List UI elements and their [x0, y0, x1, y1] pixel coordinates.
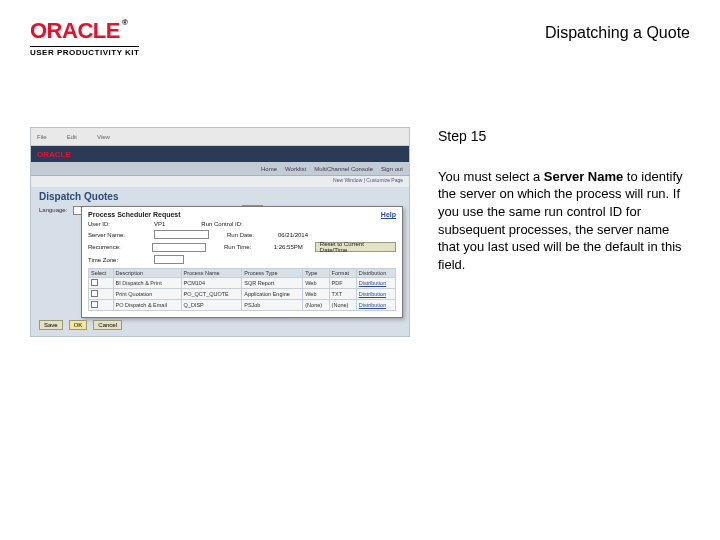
page-links: New Window | Customize Page — [31, 176, 409, 187]
cell-format: TXT — [329, 289, 356, 300]
col-ptype: Process Type — [242, 269, 303, 278]
instruction-text: You must select a Server Name to identif… — [438, 168, 690, 273]
col-format: Format — [329, 269, 356, 278]
table-row: Print Quotation PO_QCT_QUOTE Application… — [89, 289, 396, 300]
tz-label: Time Zone: — [88, 257, 148, 263]
runtime-value: 1:26:55PM — [274, 244, 303, 250]
ok-button[interactable]: OK — [69, 320, 88, 330]
row-checkbox[interactable] — [91, 301, 98, 308]
process-table: Select Description Process Name Process … — [88, 268, 396, 311]
app-nav: Home Worklist MultiChannel Console Sign … — [31, 162, 409, 176]
table-row: PO Dispatch & Email Q_DISP PSJob (None) … — [89, 300, 396, 311]
process-scheduler-modal: Process Scheduler Request Help User ID: … — [81, 206, 403, 318]
cell-type: Web — [303, 289, 329, 300]
brand-text: ORACLE — [30, 18, 120, 44]
instr-before: You must select a — [438, 169, 544, 184]
runctl-label: Run Control ID: — [201, 221, 271, 227]
save-button[interactable]: Save — [39, 320, 63, 330]
runtime-label: Run Time: — [224, 244, 268, 250]
cell-pname: Q_DISP — [181, 300, 242, 311]
lang-label: Language: — [39, 207, 67, 213]
cell-pname: PCM104 — [181, 278, 242, 289]
cell-ptype: SQR Report — [242, 278, 303, 289]
reset-button[interactable]: Reset to Current Date/Time — [315, 242, 396, 252]
user-value: VP1 — [154, 221, 165, 227]
col-dist: Distribution — [356, 269, 395, 278]
cell-type: Web — [303, 278, 329, 289]
menu-item: View — [97, 134, 110, 140]
oracle-logo: ORACLE ® — [30, 18, 139, 44]
nav-link: Home — [261, 166, 277, 172]
rundate-label: Run Date: — [227, 232, 272, 238]
cell-ptype: Application Engine — [242, 289, 303, 300]
dist-link[interactable]: Distribution — [359, 302, 387, 308]
subbrand-text: USER PRODUCTIVITY KIT — [30, 46, 139, 57]
cell-desc: Print Quotation — [113, 289, 181, 300]
instr-bold: Server Name — [544, 169, 624, 184]
table-header-row: Select Description Process Name Process … — [89, 269, 396, 278]
col-pname: Process Name — [181, 269, 242, 278]
nav-link: Worklist — [285, 166, 306, 172]
modal-title-row: Process Scheduler Request Help — [88, 211, 396, 218]
modal-title: Process Scheduler Request — [88, 211, 181, 218]
dist-link[interactable]: Distribution — [359, 291, 387, 297]
app-banner-logo: ORACLE — [37, 150, 71, 159]
cell-ptype: PSJob — [242, 300, 303, 311]
step-label: Step 15 — [438, 127, 690, 146]
nav-link: Sign out — [381, 166, 403, 172]
embedded-screenshot: File Edit View ORACLE Home Worklist Mult… — [30, 127, 410, 337]
col-type: Type — [303, 269, 329, 278]
page-title: Dispatching a Quote — [545, 24, 690, 42]
page-heading: Dispatch Quotes — [31, 187, 409, 204]
recur-select[interactable] — [152, 243, 206, 252]
rundate-value: 06/21/2014 — [278, 232, 308, 238]
header: ORACLE ® USER PRODUCTIVITY KIT Dispatchi… — [0, 0, 720, 67]
menu-item: File — [37, 134, 47, 140]
cell-format: PDF — [329, 278, 356, 289]
row-checkbox[interactable] — [91, 290, 98, 297]
server-label: Server Name: — [88, 232, 148, 238]
table-row: BI Dispatch & Print PCM104 SQR Report We… — [89, 278, 396, 289]
user-label: User ID: — [88, 221, 148, 227]
instr-after: to identify the server on which the proc… — [438, 169, 683, 272]
cell-type: (None) — [303, 300, 329, 311]
browser-menu: File Edit View — [31, 128, 409, 146]
cell-desc: PO Dispatch & Email — [113, 300, 181, 311]
cell-pname: PO_QCT_QUOTE — [181, 289, 242, 300]
recur-label: Recurrence: — [88, 244, 146, 250]
cell-format: (None) — [329, 300, 356, 311]
content-row: File Edit View ORACLE Home Worklist Mult… — [0, 67, 720, 337]
help-link[interactable]: Help — [381, 211, 396, 218]
logo-block: ORACLE ® USER PRODUCTIVITY KIT — [30, 18, 139, 57]
cell-desc: BI Dispatch & Print — [113, 278, 181, 289]
app-banner: ORACLE — [31, 146, 409, 162]
col-desc: Description — [113, 269, 181, 278]
cancel-button[interactable]: Cancel — [93, 320, 122, 330]
modal-footer: Save OK Cancel — [31, 320, 130, 330]
tz-input[interactable] — [154, 255, 184, 264]
dist-link[interactable]: Distribution — [359, 280, 387, 286]
server-name-select[interactable] — [154, 230, 209, 239]
nav-link: MultiChannel Console — [314, 166, 373, 172]
col-select: Select — [89, 269, 114, 278]
trademark: ® — [122, 18, 127, 27]
menu-item: Edit — [67, 134, 77, 140]
row-checkbox[interactable] — [91, 279, 98, 286]
instruction-panel: Step 15 You must select a Server Name to… — [438, 127, 690, 273]
